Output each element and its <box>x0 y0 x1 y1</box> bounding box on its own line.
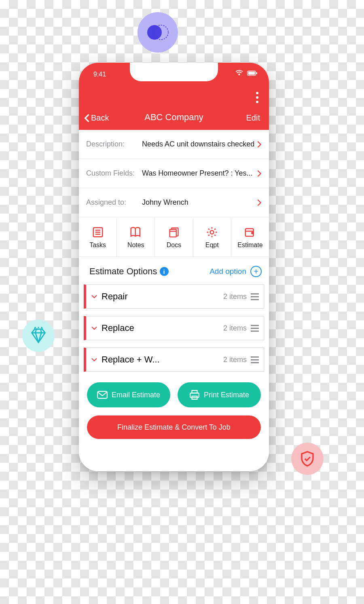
gear-icon <box>206 226 218 238</box>
chevron-down-icon <box>91 294 97 299</box>
option-count: 2 items <box>223 324 247 333</box>
phone-frame: 9:41 Back ABC Company Edit Description: … <box>79 63 269 471</box>
option-name: Replace <box>102 323 223 333</box>
chevron-right-icon <box>257 199 262 206</box>
plus-icon: + <box>250 266 262 277</box>
wifi-icon <box>236 70 244 76</box>
docs-icon <box>168 226 180 238</box>
navbar: Back ABC Company Edit <box>79 85 269 130</box>
chevron-right-icon <box>257 141 262 148</box>
tab-bar: Tasks Notes Docs Eqpt Estimate <box>79 218 269 257</box>
drag-handle-icon[interactable] <box>251 356 259 363</box>
option-replace-warranty[interactable]: Replace + W... 2 items <box>84 348 264 372</box>
estimate-options-title: Estimate Options <box>89 266 157 277</box>
svg-rect-17 <box>97 391 107 398</box>
mail-icon <box>97 390 108 399</box>
svg-point-0 <box>147 25 162 40</box>
svg-rect-11 <box>170 229 176 237</box>
diamond-icon <box>30 327 47 345</box>
svg-rect-4 <box>256 72 257 74</box>
chevron-down-icon <box>91 326 97 331</box>
status-icons <box>236 70 258 76</box>
svg-point-13 <box>210 230 214 234</box>
diamond-badge <box>22 320 55 352</box>
battery-icon <box>247 70 258 76</box>
notes-icon <box>129 226 142 238</box>
svg-rect-3 <box>248 72 255 74</box>
description-value: Needs AC unit downstairs checked <box>142 140 257 148</box>
overlap-badge <box>138 12 178 53</box>
tab-estimate-label: Estimate <box>237 242 262 249</box>
svg-point-16 <box>252 232 254 233</box>
drag-handle-icon[interactable] <box>251 325 259 332</box>
kebab-menu-icon[interactable] <box>256 92 258 103</box>
shield-check-icon <box>299 450 316 467</box>
tab-eqpt[interactable]: Eqpt <box>193 218 231 256</box>
notch <box>130 63 218 81</box>
assigned-to-value: Johny Wrench <box>142 198 257 207</box>
tasks-icon <box>92 226 104 238</box>
tab-notes-label: Notes <box>127 242 144 249</box>
overlap-icon <box>146 23 170 41</box>
finalize-button[interactable]: Finalize Estimate & Convert To Job <box>87 415 261 439</box>
edit-button[interactable]: Edit <box>246 113 260 123</box>
option-name: Replace + W... <box>102 354 223 365</box>
assigned-to-label: Assigned to: <box>86 198 142 207</box>
estimate-icon <box>244 226 256 238</box>
custom-fields-value: Was Homeowner Present? : Yes... <box>142 169 257 178</box>
email-estimate-label: Email Estimate <box>112 391 160 399</box>
tab-estimate[interactable]: Estimate <box>231 218 269 256</box>
chevron-right-icon <box>257 170 262 177</box>
add-option-label: Add option <box>210 267 246 276</box>
tab-tasks[interactable]: Tasks <box>79 218 117 256</box>
print-estimate-label: Print Estimate <box>204 391 249 399</box>
custom-fields-label: Custom Fields: <box>86 169 142 178</box>
tab-notes[interactable]: Notes <box>117 218 155 256</box>
tab-docs-label: Docs <box>167 242 181 249</box>
info-icon[interactable]: i <box>160 267 169 276</box>
option-name: Repair <box>102 291 223 302</box>
tab-tasks-label: Tasks <box>89 242 106 249</box>
page-title: ABC Company <box>79 112 269 123</box>
drag-handle-icon[interactable] <box>251 293 259 300</box>
row-custom-fields[interactable]: Custom Fields: Was Homeowner Present? : … <box>79 159 269 188</box>
content: Description: Needs AC unit downstairs ch… <box>79 130 269 471</box>
chevron-down-icon <box>91 357 97 362</box>
svg-rect-19 <box>190 393 199 398</box>
add-option-button[interactable]: Add option + <box>210 266 262 277</box>
row-description[interactable]: Description: Needs AC unit downstairs ch… <box>79 130 269 159</box>
description-label: Description: <box>86 140 142 148</box>
email-estimate-button[interactable]: Email Estimate <box>87 382 170 407</box>
status-time: 9:41 <box>93 71 106 78</box>
finalize-label: Finalize Estimate & Convert To Job <box>117 423 231 432</box>
tab-docs[interactable]: Docs <box>155 218 193 256</box>
option-count: 2 items <box>223 292 247 301</box>
printer-icon <box>189 390 200 400</box>
option-count: 2 items <box>223 356 247 364</box>
row-assigned-to[interactable]: Assigned to: Johny Wrench <box>79 188 269 217</box>
option-replace[interactable]: Replace 2 items <box>84 316 264 340</box>
estimate-options-header: Estimate Options i Add option + <box>79 257 269 284</box>
print-estimate-button[interactable]: Print Estimate <box>178 382 261 407</box>
tab-eqpt-label: Eqpt <box>205 242 219 249</box>
option-repair[interactable]: Repair 2 items <box>84 284 264 309</box>
shield-badge <box>291 443 324 475</box>
